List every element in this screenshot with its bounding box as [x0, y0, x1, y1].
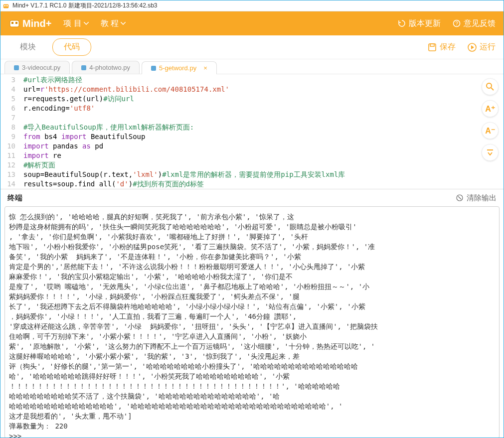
play-icon [468, 43, 477, 52]
save-button[interactable]: 保存 [428, 42, 456, 52]
app-icon [2, 2, 9, 9]
svg-rect-2 [6, 5, 8, 6]
tab-code[interactable]: 代码 [52, 38, 91, 56]
file-tabs: 3-videocut.py 4-phototwo.py 5-getword.py… [0, 59, 504, 74]
font-decrease-button[interactable]: A⁻ [482, 122, 499, 139]
menu-feedback[interactable]: ? 意见反馈 [453, 18, 496, 29]
window-titlebar: Mind+ V1.7.1 RC1.0 新建项目-2021/12/8-13:56:… [0, 0, 504, 11]
tab-module[interactable]: 模块 [8, 38, 47, 56]
run-button[interactable]: 运行 [468, 42, 496, 52]
save-icon [428, 43, 437, 52]
svg-rect-11 [14, 65, 19, 70]
search-icon [486, 82, 495, 91]
collapse-icon [486, 148, 495, 157]
python-icon [151, 66, 156, 71]
refresh-icon [398, 19, 406, 27]
chevron-down-icon [84, 22, 89, 25]
svg-rect-9 [430, 44, 434, 46]
svg-line-18 [458, 196, 461, 199]
svg-rect-12 [81, 65, 86, 70]
svg-rect-4 [11, 22, 13, 24]
main-menubar: Mind+ 项 目 教 程 版本更新 ? 意见反馈 [0, 11, 504, 35]
search-tool-button[interactable] [482, 78, 499, 95]
python-icon [81, 65, 86, 70]
svg-point-14 [487, 83, 492, 88]
code-editor[interactable]: 34567891011121314 #url表示网络路径 url=r'https… [0, 74, 504, 189]
menu-tutorial[interactable]: 教 程 [101, 18, 126, 29]
editor-side-tools: A⁺ A⁻ [482, 78, 499, 161]
svg-rect-8 [429, 44, 436, 51]
svg-rect-13 [151, 66, 156, 71]
clear-output-button[interactable]: 清除输出 [456, 193, 497, 203]
toolbar: 模块 代码 保存 运行 [0, 35, 504, 59]
terminal-title: 终端 [7, 193, 22, 203]
menu-version-update[interactable]: 版本更新 [398, 18, 441, 29]
svg-line-15 [491, 88, 494, 90]
font-increase-button[interactable]: A⁺ [482, 100, 499, 117]
svg-rect-3 [10, 20, 19, 27]
svg-rect-0 [3, 4, 9, 8]
python-icon [14, 65, 19, 70]
chevron-down-icon [121, 22, 126, 25]
code-area[interactable]: #url表示网络路径 url=r'https://comment.bilibil… [23, 75, 504, 189]
file-tab[interactable]: 3-videocut.py [4, 61, 70, 74]
svg-text:?: ? [455, 21, 458, 26]
clear-icon [456, 194, 464, 202]
question-circle-icon: ? [453, 19, 461, 27]
svg-rect-1 [4, 5, 6, 6]
close-tab-icon[interactable]: × [203, 64, 207, 72]
file-tab[interactable]: 4-phototwo.py [72, 61, 140, 74]
file-tab-active[interactable]: 5-getword.py × [142, 61, 217, 74]
terminal-output[interactable]: 惊 怎么摸到的', '哈哈哈哈，腿真的好短啊，笑死我了', '前方承包小紫', … [4, 206, 500, 438]
brand-logo: Mind+ [8, 17, 51, 29]
line-gutter: 34567891011121314 [0, 75, 23, 189]
menu-project[interactable]: 项 目 [63, 18, 88, 29]
terminal-panel: 终端 清除输出 惊 怎么摸到的', '哈哈哈哈，腿真的好短啊，笑死我了', '前… [0, 189, 504, 438]
svg-rect-5 [15, 22, 17, 24]
collapse-button[interactable] [482, 144, 499, 161]
window-title: Mind+ V1.7.1 RC1.0 新建项目-2021/12/8-13:56:… [12, 1, 158, 10]
